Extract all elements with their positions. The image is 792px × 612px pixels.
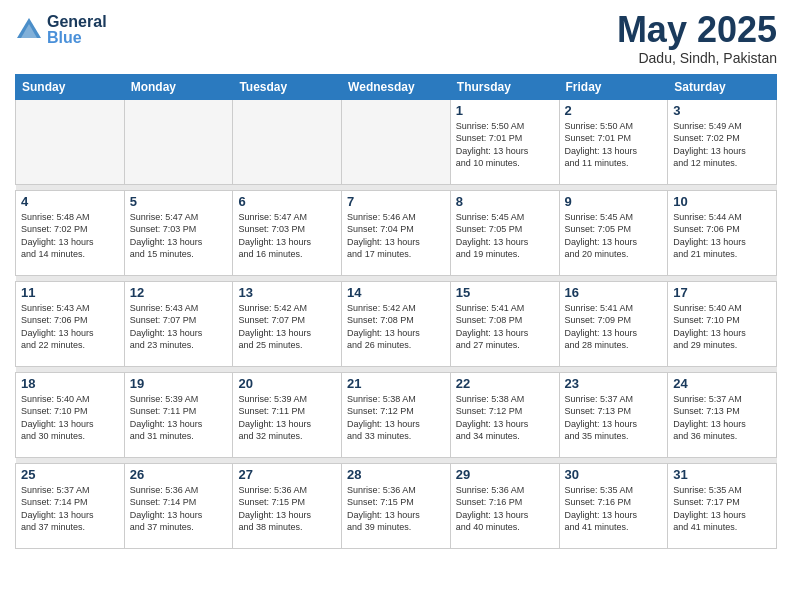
day-number: 17 (673, 285, 771, 300)
logo: General Blue (15, 14, 107, 46)
day-info: Sunrise: 5:36 AM Sunset: 7:15 PM Dayligh… (238, 484, 336, 534)
day-info: Sunrise: 5:47 AM Sunset: 7:03 PM Dayligh… (238, 211, 336, 261)
page: General Blue May 2025 Dadu, Sindh, Pakis… (0, 0, 792, 612)
day-info: Sunrise: 5:40 AM Sunset: 7:10 PM Dayligh… (673, 302, 771, 352)
week-row-5: 25Sunrise: 5:37 AM Sunset: 7:14 PM Dayli… (16, 463, 777, 548)
table-row (16, 99, 125, 184)
day-number: 9 (565, 194, 663, 209)
day-info: Sunrise: 5:41 AM Sunset: 7:08 PM Dayligh… (456, 302, 554, 352)
day-info: Sunrise: 5:36 AM Sunset: 7:15 PM Dayligh… (347, 484, 445, 534)
day-number: 10 (673, 194, 771, 209)
day-info: Sunrise: 5:43 AM Sunset: 7:06 PM Dayligh… (21, 302, 119, 352)
table-row: 6Sunrise: 5:47 AM Sunset: 7:03 PM Daylig… (233, 190, 342, 275)
day-number: 2 (565, 103, 663, 118)
day-number: 26 (130, 467, 228, 482)
day-number: 13 (238, 285, 336, 300)
table-row (233, 99, 342, 184)
table-row: 5Sunrise: 5:47 AM Sunset: 7:03 PM Daylig… (124, 190, 233, 275)
day-info: Sunrise: 5:47 AM Sunset: 7:03 PM Dayligh… (130, 211, 228, 261)
table-row: 20Sunrise: 5:39 AM Sunset: 7:11 PM Dayli… (233, 372, 342, 457)
day-number: 30 (565, 467, 663, 482)
title-block: May 2025 Dadu, Sindh, Pakistan (617, 10, 777, 66)
day-info: Sunrise: 5:45 AM Sunset: 7:05 PM Dayligh… (456, 211, 554, 261)
header-thursday: Thursday (450, 74, 559, 99)
week-row-3: 11Sunrise: 5:43 AM Sunset: 7:06 PM Dayli… (16, 281, 777, 366)
day-info: Sunrise: 5:37 AM Sunset: 7:13 PM Dayligh… (673, 393, 771, 443)
table-row: 30Sunrise: 5:35 AM Sunset: 7:16 PM Dayli… (559, 463, 668, 548)
day-info: Sunrise: 5:36 AM Sunset: 7:16 PM Dayligh… (456, 484, 554, 534)
header-tuesday: Tuesday (233, 74, 342, 99)
calendar: Sunday Monday Tuesday Wednesday Thursday… (15, 74, 777, 549)
table-row: 3Sunrise: 5:49 AM Sunset: 7:02 PM Daylig… (668, 99, 777, 184)
table-row: 16Sunrise: 5:41 AM Sunset: 7:09 PM Dayli… (559, 281, 668, 366)
main-title: May 2025 (617, 10, 777, 50)
day-info: Sunrise: 5:41 AM Sunset: 7:09 PM Dayligh… (565, 302, 663, 352)
day-number: 14 (347, 285, 445, 300)
table-row: 29Sunrise: 5:36 AM Sunset: 7:16 PM Dayli… (450, 463, 559, 548)
day-info: Sunrise: 5:35 AM Sunset: 7:16 PM Dayligh… (565, 484, 663, 534)
day-info: Sunrise: 5:37 AM Sunset: 7:13 PM Dayligh… (565, 393, 663, 443)
table-row: 7Sunrise: 5:46 AM Sunset: 7:04 PM Daylig… (342, 190, 451, 275)
table-row: 24Sunrise: 5:37 AM Sunset: 7:13 PM Dayli… (668, 372, 777, 457)
day-number: 27 (238, 467, 336, 482)
table-row: 17Sunrise: 5:40 AM Sunset: 7:10 PM Dayli… (668, 281, 777, 366)
table-row: 4Sunrise: 5:48 AM Sunset: 7:02 PM Daylig… (16, 190, 125, 275)
week-row-2: 4Sunrise: 5:48 AM Sunset: 7:02 PM Daylig… (16, 190, 777, 275)
day-number: 23 (565, 376, 663, 391)
weekday-header-row: Sunday Monday Tuesday Wednesday Thursday… (16, 74, 777, 99)
day-info: Sunrise: 5:40 AM Sunset: 7:10 PM Dayligh… (21, 393, 119, 443)
table-row: 26Sunrise: 5:36 AM Sunset: 7:14 PM Dayli… (124, 463, 233, 548)
header-wednesday: Wednesday (342, 74, 451, 99)
table-row: 28Sunrise: 5:36 AM Sunset: 7:15 PM Dayli… (342, 463, 451, 548)
day-info: Sunrise: 5:42 AM Sunset: 7:08 PM Dayligh… (347, 302, 445, 352)
day-number: 18 (21, 376, 119, 391)
table-row: 2Sunrise: 5:50 AM Sunset: 7:01 PM Daylig… (559, 99, 668, 184)
header-monday: Monday (124, 74, 233, 99)
logo-blue-label: Blue (47, 30, 107, 46)
day-number: 7 (347, 194, 445, 209)
day-info: Sunrise: 5:45 AM Sunset: 7:05 PM Dayligh… (565, 211, 663, 261)
day-info: Sunrise: 5:35 AM Sunset: 7:17 PM Dayligh… (673, 484, 771, 534)
day-number: 22 (456, 376, 554, 391)
table-row: 8Sunrise: 5:45 AM Sunset: 7:05 PM Daylig… (450, 190, 559, 275)
logo-general-label: General (47, 14, 107, 30)
table-row (342, 99, 451, 184)
header-friday: Friday (559, 74, 668, 99)
day-info: Sunrise: 5:48 AM Sunset: 7:02 PM Dayligh… (21, 211, 119, 261)
header-saturday: Saturday (668, 74, 777, 99)
table-row: 15Sunrise: 5:41 AM Sunset: 7:08 PM Dayli… (450, 281, 559, 366)
table-row: 1Sunrise: 5:50 AM Sunset: 7:01 PM Daylig… (450, 99, 559, 184)
day-info: Sunrise: 5:50 AM Sunset: 7:01 PM Dayligh… (456, 120, 554, 170)
header-sunday: Sunday (16, 74, 125, 99)
day-info: Sunrise: 5:49 AM Sunset: 7:02 PM Dayligh… (673, 120, 771, 170)
day-number: 16 (565, 285, 663, 300)
day-number: 5 (130, 194, 228, 209)
subtitle: Dadu, Sindh, Pakistan (617, 50, 777, 66)
table-row: 13Sunrise: 5:42 AM Sunset: 7:07 PM Dayli… (233, 281, 342, 366)
day-info: Sunrise: 5:42 AM Sunset: 7:07 PM Dayligh… (238, 302, 336, 352)
day-number: 1 (456, 103, 554, 118)
day-info: Sunrise: 5:36 AM Sunset: 7:14 PM Dayligh… (130, 484, 228, 534)
day-number: 29 (456, 467, 554, 482)
day-info: Sunrise: 5:44 AM Sunset: 7:06 PM Dayligh… (673, 211, 771, 261)
day-info: Sunrise: 5:38 AM Sunset: 7:12 PM Dayligh… (347, 393, 445, 443)
day-number: 3 (673, 103, 771, 118)
day-info: Sunrise: 5:37 AM Sunset: 7:14 PM Dayligh… (21, 484, 119, 534)
header: General Blue May 2025 Dadu, Sindh, Pakis… (15, 10, 777, 66)
table-row: 23Sunrise: 5:37 AM Sunset: 7:13 PM Dayli… (559, 372, 668, 457)
day-info: Sunrise: 5:43 AM Sunset: 7:07 PM Dayligh… (130, 302, 228, 352)
table-row: 9Sunrise: 5:45 AM Sunset: 7:05 PM Daylig… (559, 190, 668, 275)
table-row: 22Sunrise: 5:38 AM Sunset: 7:12 PM Dayli… (450, 372, 559, 457)
table-row (124, 99, 233, 184)
week-row-1: 1Sunrise: 5:50 AM Sunset: 7:01 PM Daylig… (16, 99, 777, 184)
table-row: 14Sunrise: 5:42 AM Sunset: 7:08 PM Dayli… (342, 281, 451, 366)
day-number: 11 (21, 285, 119, 300)
day-number: 21 (347, 376, 445, 391)
day-number: 31 (673, 467, 771, 482)
table-row: 10Sunrise: 5:44 AM Sunset: 7:06 PM Dayli… (668, 190, 777, 275)
day-number: 20 (238, 376, 336, 391)
day-info: Sunrise: 5:50 AM Sunset: 7:01 PM Dayligh… (565, 120, 663, 170)
table-row: 12Sunrise: 5:43 AM Sunset: 7:07 PM Dayli… (124, 281, 233, 366)
day-number: 24 (673, 376, 771, 391)
table-row: 11Sunrise: 5:43 AM Sunset: 7:06 PM Dayli… (16, 281, 125, 366)
